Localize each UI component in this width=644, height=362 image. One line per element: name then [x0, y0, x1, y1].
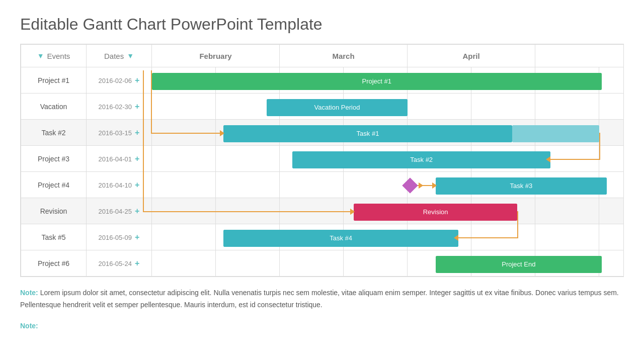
timeline-cell — [344, 198, 408, 224]
timeline-cell — [535, 198, 599, 224]
date-cell: 2016-04-25+ — [87, 198, 152, 224]
events-header[interactable]: ▼ Events — [21, 45, 87, 67]
timeline-cell — [216, 120, 280, 146]
timeline-cell — [535, 67, 599, 94]
timeline-cell — [280, 67, 344, 94]
timeline-cell — [152, 67, 216, 94]
add-icon[interactable]: + — [135, 207, 139, 215]
timeline-cell — [152, 146, 216, 172]
timeline-cell — [216, 67, 280, 94]
timeline-cell — [152, 198, 216, 224]
add-icon[interactable]: + — [135, 128, 139, 137]
event-cell: Revision — [21, 198, 87, 224]
page-title: Editable Gantt Chart PowerPoint Template — [20, 15, 624, 34]
timeline-cell — [280, 224, 344, 250]
note-label: Note: — [20, 289, 38, 297]
timeline-cell — [599, 146, 624, 172]
date-cell: 2016-02-06+ — [87, 67, 152, 94]
table-row: Project #12016-02-06+ — [21, 67, 624, 94]
timeline-cell — [152, 120, 216, 146]
timeline-cell — [344, 146, 408, 172]
timeline-cell — [535, 250, 599, 277]
add-icon[interactable]: + — [135, 259, 139, 267]
event-cell: Project #1 — [21, 67, 87, 94]
table-row: Vacation2016-02-30+ — [21, 94, 624, 120]
timeline-cell — [599, 198, 624, 224]
timeline-cell — [471, 67, 535, 94]
timeline-cell — [535, 94, 599, 120]
event-cell: Project #3 — [21, 146, 87, 172]
timeline-cell — [599, 224, 624, 250]
timeline-cell — [344, 94, 408, 120]
timeline-cell — [408, 120, 471, 146]
timeline-cell — [216, 250, 280, 277]
add-icon[interactable]: + — [135, 154, 139, 163]
timeline-cell — [280, 172, 344, 198]
event-cell: Task #2 — [21, 120, 87, 146]
table-row: Project #32016-04-01+ — [21, 146, 624, 172]
timeline-cell — [344, 250, 408, 277]
april-header: April — [408, 45, 535, 67]
date-cell: 2016-05-24+ — [87, 250, 152, 277]
table-row: Revision2016-04-25+ — [21, 198, 624, 224]
header-row: ▼ Events Dates ▼ February March — [21, 45, 624, 67]
timeline-cell — [216, 146, 280, 172]
note-label-display: Note: — [20, 322, 38, 330]
table-row: Project #62016-05-24+ — [21, 250, 624, 277]
gantt-table: ▼ Events Dates ▼ February March — [21, 44, 624, 277]
chevron-down-icon: ▼ — [37, 52, 44, 60]
dates-label: Dates — [104, 52, 124, 60]
dates-header[interactable]: Dates ▼ — [87, 45, 152, 67]
timeline-cell — [344, 120, 408, 146]
timeline-cell — [216, 172, 280, 198]
timeline-cell — [344, 67, 408, 94]
timeline-cell — [408, 67, 471, 94]
february-header: February — [152, 45, 280, 67]
timeline-cell — [471, 172, 535, 198]
timeline-cell — [280, 94, 344, 120]
timeline-cell — [471, 250, 535, 277]
extra-header — [535, 45, 624, 67]
add-icon[interactable]: + — [135, 180, 139, 189]
timeline-cell — [599, 94, 624, 120]
timeline-cell — [599, 120, 624, 146]
timeline-cell — [280, 120, 344, 146]
chevron-down-icon-dates: ▼ — [127, 52, 134, 60]
note-section-display: Note: — [20, 320, 624, 332]
timeline-cell — [408, 94, 471, 120]
timeline-cell — [535, 146, 599, 172]
timeline-cell — [216, 94, 280, 120]
timeline-cell — [280, 198, 344, 224]
timeline-cell — [280, 250, 344, 277]
add-icon[interactable]: + — [135, 233, 139, 241]
table-row: Task #22016-03-15+ — [21, 120, 624, 146]
timeline-cell — [216, 224, 280, 250]
timeline-cell — [152, 224, 216, 250]
add-icon[interactable]: + — [135, 102, 139, 111]
timeline-cell — [152, 250, 216, 277]
timeline-cell — [216, 198, 280, 224]
date-cell: 2016-02-30+ — [87, 94, 152, 120]
date-cell: 2016-04-01+ — [87, 146, 152, 172]
timeline-cell — [408, 198, 471, 224]
timeline-cell — [599, 172, 624, 198]
timeline-cell — [471, 120, 535, 146]
timeline-cell — [471, 198, 535, 224]
event-cell: Project #6 — [21, 250, 87, 277]
timeline-cell — [152, 172, 216, 198]
timeline-cell — [408, 172, 471, 198]
table-row: Project #42016-04-10+ — [21, 172, 624, 198]
timeline-cell — [280, 146, 344, 172]
timeline-cell — [344, 172, 408, 198]
timeline-cell — [471, 94, 535, 120]
table-row: Task #52016-05-09+ — [21, 224, 624, 250]
timeline-cell — [599, 250, 624, 277]
date-cell: 2016-03-15+ — [87, 120, 152, 146]
timeline-cell — [471, 146, 535, 172]
timeline-cell — [535, 224, 599, 250]
date-cell: 2016-04-10+ — [87, 172, 152, 198]
event-cell: Vacation — [21, 94, 87, 120]
timeline-cell — [471, 224, 535, 250]
event-cell: Project #4 — [21, 172, 87, 198]
add-icon[interactable]: + — [135, 76, 139, 84]
